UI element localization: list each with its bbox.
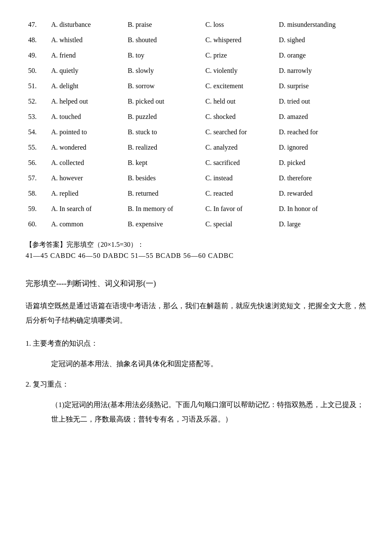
option-b: B. stuck to — [125, 124, 203, 140]
option-d: D. reached for — [276, 124, 366, 140]
option-b: B. expensive — [125, 217, 203, 232]
option-a: A. disturbance — [49, 17, 125, 32]
table-row: 60. A. common B. expensive C. special D.… — [26, 217, 366, 232]
option-c: C. special — [203, 217, 276, 232]
question-num: 49. — [26, 48, 49, 63]
table-row: 56. A. collected B. kept C. sacrificed D… — [26, 155, 366, 171]
option-d: D. therefore — [276, 171, 366, 186]
point2-sub1: （1)定冠词的用法(基本用法必须熟记。下面几句顺口溜可以帮助记忆：特指双熟悉，上… — [26, 398, 366, 427]
question-num: 59. — [26, 201, 49, 217]
point1: 1. 主要考查的知识点： — [26, 336, 366, 351]
question-num: 57. — [26, 171, 49, 186]
option-b: B. In memory of — [125, 201, 203, 217]
answer-line1: 41—45 CABDC 46—50 DABDC 51—55 BCADB 56—6… — [26, 252, 366, 260]
option-a: A. whistled — [49, 32, 125, 48]
answer-title: 【参考答案】完形填空（20×1.5=30）： — [26, 240, 366, 249]
table-row: 54. A. pointed to B. stuck to C. searche… — [26, 124, 366, 140]
option-b: B. shouted — [125, 32, 203, 48]
option-c: C. excitement — [203, 78, 276, 94]
question-num: 51. — [26, 78, 49, 94]
point1-label: 1. 主要考查的知识点： — [26, 339, 98, 347]
table-row: 52. A. helped out B. picked out C. held … — [26, 94, 366, 109]
option-a: A. replied — [49, 186, 125, 201]
option-d: D. tried out — [276, 94, 366, 109]
option-d: D. picked — [276, 155, 366, 171]
question-num: 55. — [26, 140, 49, 155]
option-d: D. amazed — [276, 109, 366, 124]
option-a: A. touched — [49, 109, 125, 124]
option-d: D. In honor of — [276, 201, 366, 217]
option-c: C. analyzed — [203, 140, 276, 155]
table-row: 59. A. In search of B. In memory of C. I… — [26, 201, 366, 217]
option-a: A. however — [49, 171, 125, 186]
option-d: D. narrowly — [276, 63, 366, 78]
option-d: D. sighed — [276, 32, 366, 48]
option-a: A. In search of — [49, 201, 125, 217]
option-b: B. praise — [125, 17, 203, 32]
option-b: B. toy — [125, 48, 203, 63]
table-row: 51. A. delight B. sorrow C. excitement D… — [26, 78, 366, 94]
table-row: 47. A. disturbance B. praise C. loss D. … — [26, 17, 366, 32]
question-num: 58. — [26, 186, 49, 201]
table-row: 55. A. wondered B. realized C. analyzed … — [26, 140, 366, 155]
option-b: B. puzzled — [125, 109, 203, 124]
option-b: B. sorrow — [125, 78, 203, 94]
option-c: C. violently — [203, 63, 276, 78]
option-c: C. sacrificed — [203, 155, 276, 171]
question-num: 50. — [26, 63, 49, 78]
option-d: D. large — [276, 217, 366, 232]
option-a: A. helped out — [49, 94, 125, 109]
table-row: 48. A. whistled B. shouted C. whispered … — [26, 32, 366, 48]
question-num: 54. — [26, 124, 49, 140]
section2-intro: 语篇填空既然是通过语篇在语境中考语法，那么，我们在解题前，就应先快速浏览短文，把… — [26, 299, 366, 328]
option-a: A. collected — [49, 155, 125, 171]
table-row: 53. A. touched B. puzzled C. shocked D. … — [26, 109, 366, 124]
question-table: 47. A. disturbance B. praise C. loss D. … — [26, 17, 366, 232]
option-b: B. besides — [125, 171, 203, 186]
option-d: D. orange — [276, 48, 366, 63]
table-row: 57. A. however B. besides C. instead D. … — [26, 171, 366, 186]
option-a: A. common — [49, 217, 125, 232]
option-d: D. misunderstanding — [276, 17, 366, 32]
point2-label: 2. 复习重点： — [26, 380, 69, 388]
option-c: C. In favor of — [203, 201, 276, 217]
option-b: B. slowly — [125, 63, 203, 78]
question-num: 53. — [26, 109, 49, 124]
table-row: 49. A. friend B. toy C. prize D. orange — [26, 48, 366, 63]
option-b: B. kept — [125, 155, 203, 171]
option-d: D. rewarded — [276, 186, 366, 201]
option-a: A. quietly — [49, 63, 125, 78]
option-d: D. surprise — [276, 78, 366, 94]
question-num: 47. — [26, 17, 49, 32]
section2: 完形填空----判断词性、词义和词形(一) 语篇填空既然是通过语篇在语境中考语法… — [26, 277, 366, 427]
option-c: C. shocked — [203, 109, 276, 124]
option-c: C. searched for — [203, 124, 276, 140]
option-c: C. whispered — [203, 32, 276, 48]
question-num: 60. — [26, 217, 49, 232]
table-row: 50. A. quietly B. slowly C. violently D.… — [26, 63, 366, 78]
option-c: C. held out — [203, 94, 276, 109]
section2-title: 完形填空----判断词性、词义和词形(一) — [26, 277, 366, 290]
option-b: B. picked out — [125, 94, 203, 109]
option-b: B. returned — [125, 186, 203, 201]
option-c: C. prize — [203, 48, 276, 63]
option-a: A. pointed to — [49, 124, 125, 140]
option-b: B. realized — [125, 140, 203, 155]
question-num: 56. — [26, 155, 49, 171]
option-d: D. ignored — [276, 140, 366, 155]
answer-section: 【参考答案】完形填空（20×1.5=30）： 41—45 CABDC 46—50… — [26, 240, 366, 260]
option-a: A. wondered — [49, 140, 125, 155]
option-c: C. reacted — [203, 186, 276, 201]
point1-content: 定冠词的基本用法、抽象名词具体化和固定搭配等。 — [26, 357, 366, 371]
option-a: A. delight — [49, 78, 125, 94]
point2: 2. 复习重点： — [26, 377, 366, 392]
table-row: 58. A. replied B. returned C. reacted D.… — [26, 186, 366, 201]
question-num: 48. — [26, 32, 49, 48]
question-num: 52. — [26, 94, 49, 109]
option-c: C. loss — [203, 17, 276, 32]
option-a: A. friend — [49, 48, 125, 63]
option-c: C. instead — [203, 171, 276, 186]
